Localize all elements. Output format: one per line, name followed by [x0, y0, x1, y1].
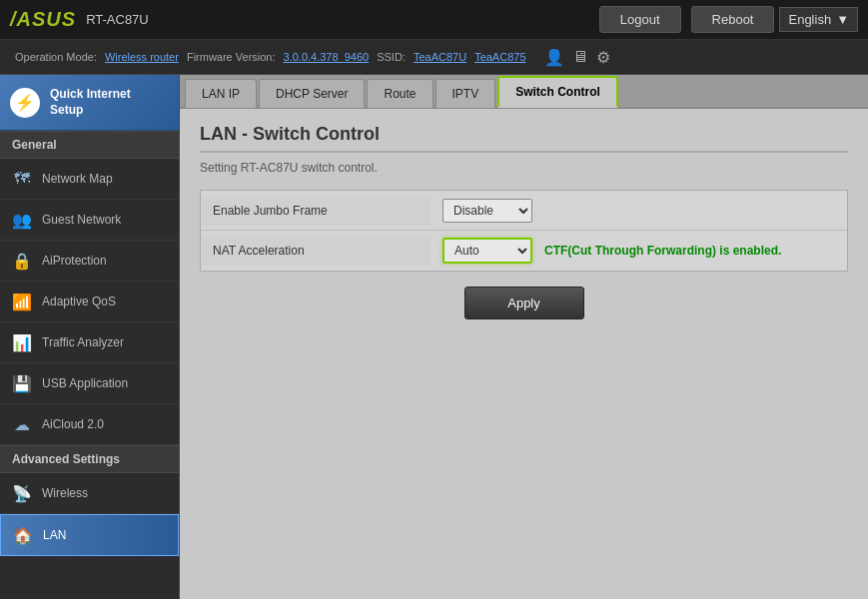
logout-button[interactable]: Logout: [599, 6, 681, 33]
tab-iptv[interactable]: IPTV: [435, 79, 496, 108]
settings-table: Enable Jumbo Frame Disable Enable NAT Ac…: [200, 190, 848, 272]
account-icon[interactable]: 👤: [544, 48, 564, 67]
lan-icon: 🏠: [11, 523, 35, 547]
tab-bar: LAN IP DHCP Server Route IPTV Switch Con…: [180, 75, 868, 109]
sidebar-label-guest-network: Guest Network: [42, 213, 121, 227]
main-layout: ⚡ Quick InternetSetup General 🗺 Network …: [0, 75, 868, 599]
network-map-icon: 🗺: [10, 167, 34, 191]
sidebar-item-guest-network[interactable]: 👥 Guest Network: [0, 200, 179, 241]
content-area: LAN IP DHCP Server Route IPTV Switch Con…: [180, 75, 868, 599]
firmware-label: Firmware Version:: [187, 51, 276, 63]
quick-setup-button[interactable]: ⚡ Quick InternetSetup: [0, 75, 179, 131]
general-section-title: General: [0, 131, 179, 159]
wireless-icon: 📡: [10, 481, 34, 505]
guest-network-icon: 👥: [10, 208, 34, 232]
monitor-icon[interactable]: 🖥: [572, 48, 588, 66]
sidebar: ⚡ Quick InternetSetup General 🗺 Network …: [0, 75, 180, 599]
sidebar-label-wireless: Wireless: [42, 486, 88, 500]
sidebar-item-wireless[interactable]: 📡 Wireless: [0, 473, 179, 514]
page-content: LAN - Switch Control Setting RT-AC87U sw…: [180, 109, 868, 349]
status-bar: Operation Mode: Wireless router Firmware…: [0, 40, 868, 75]
sidebar-item-traffic-analyzer[interactable]: 📊 Traffic Analyzer: [0, 322, 179, 363]
apply-button[interactable]: Apply: [464, 287, 584, 319]
nat-acceleration-note: CTF(Cut Through Forwarding) is enabled.: [544, 244, 781, 258]
nat-acceleration-label: NAT Acceleration: [201, 236, 431, 266]
reboot-button[interactable]: Reboot: [691, 6, 775, 33]
settings-icon[interactable]: ⚙: [596, 48, 610, 67]
top-bar: /ASUS RT-AC87U Logout Reboot English ▼: [0, 0, 868, 40]
page-subtitle: Setting RT-AC87U switch control.: [200, 161, 848, 175]
tab-dhcp-server[interactable]: DHCP Server: [259, 79, 365, 108]
aicloud-icon: ☁: [10, 412, 34, 436]
quick-setup-label: Quick InternetSetup: [50, 87, 131, 118]
language-selector[interactable]: English ▼: [779, 7, 858, 32]
operation-mode-label: Operation Mode:: [15, 51, 97, 63]
jumbo-frame-select[interactable]: Disable Enable: [442, 199, 532, 223]
tab-switch-control[interactable]: Switch Control: [497, 76, 618, 108]
page-title: LAN - Switch Control: [200, 124, 848, 153]
adaptive-qos-icon: 📶: [10, 290, 34, 313]
language-label: English: [788, 12, 831, 27]
tab-route[interactable]: Route: [367, 79, 433, 108]
tab-lan-ip[interactable]: LAN IP: [185, 79, 257, 108]
operation-mode-value[interactable]: Wireless router: [105, 51, 179, 63]
ssid-value1[interactable]: TeaAC87U: [414, 51, 466, 63]
ssid-value2[interactable]: TeaAC875: [474, 51, 525, 63]
traffic-analyzer-icon: 📊: [10, 330, 34, 354]
top-icons: 👤 🖥 ⚙: [544, 48, 610, 67]
sidebar-label-network-map: Network Map: [42, 172, 113, 186]
quick-setup-icon: ⚡: [10, 88, 40, 118]
router-model: RT-AC87U: [86, 12, 149, 27]
jumbo-frame-row: Enable Jumbo Frame Disable Enable: [201, 191, 847, 231]
jumbo-frame-value: Disable Enable: [431, 193, 847, 229]
usb-application-icon: 💾: [10, 371, 34, 395]
sidebar-item-aiprotection[interactable]: 🔒 AiProtection: [0, 241, 179, 282]
sidebar-item-adaptive-qos[interactable]: 📶 Adaptive QoS: [0, 282, 179, 322]
sidebar-item-usb-application[interactable]: 💾 USB Application: [0, 363, 179, 404]
sidebar-label-adaptive-qos: Adaptive QoS: [42, 295, 116, 308]
nat-acceleration-row: NAT Acceleration Auto Enable Disable CTF…: [201, 231, 847, 271]
firmware-value[interactable]: 3.0.0.4.378_9460: [284, 51, 370, 63]
ssid-label: SSID:: [377, 51, 406, 63]
jumbo-frame-label: Enable Jumbo Frame: [201, 196, 431, 226]
apply-section: Apply: [200, 272, 848, 334]
sidebar-label-aicloud: AiCloud 2.0: [42, 417, 104, 431]
advanced-section-title: Advanced Settings: [0, 445, 179, 473]
sidebar-item-aicloud[interactable]: ☁ AiCloud 2.0: [0, 404, 179, 445]
sidebar-label-usb-application: USB Application: [42, 376, 128, 390]
sidebar-label-lan: LAN: [43, 528, 66, 542]
sidebar-item-network-map[interactable]: 🗺 Network Map: [0, 159, 179, 200]
chevron-down-icon: ▼: [836, 12, 849, 27]
asus-logo: /ASUS: [10, 8, 76, 31]
sidebar-label-aiprotection: AiProtection: [42, 254, 107, 268]
nat-acceleration-select[interactable]: Auto Enable Disable: [442, 238, 532, 264]
sidebar-item-lan[interactable]: 🏠 LAN: [0, 514, 179, 556]
nat-acceleration-value: Auto Enable Disable CTF(Cut Through Forw…: [431, 232, 847, 270]
sidebar-label-traffic-analyzer: Traffic Analyzer: [42, 335, 124, 349]
aiprotection-icon: 🔒: [10, 249, 34, 273]
